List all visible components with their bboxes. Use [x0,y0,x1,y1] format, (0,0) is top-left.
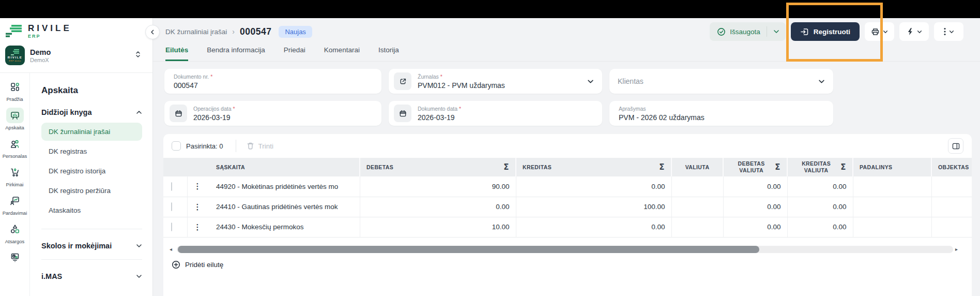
column-header-currency[interactable]: VALIUTA [671,158,723,176]
column-settings-button[interactable] [948,138,963,154]
column-header-credit-currency[interactable]: KREDITAS VALIUTAΣ [787,158,853,176]
credit-currency-cell[interactable]: 0.00 [787,217,853,237]
sidebar-rail-item-personalas[interactable]: Personalas [1,136,29,159]
sidebar-rail-item-atsargos[interactable]: Atsargos [1,221,29,244]
tab-priedai[interactable]: Priedai [284,46,305,61]
client-field[interactable]: Klientas [609,69,833,94]
scroll-left-arrow-icon[interactable]: ◂ [170,246,175,253]
sidebar-item-dk-registras[interactable]: DK registras [41,142,142,160]
column-header-account[interactable]: SĄSKAITA [206,158,360,176]
row-kebab-icon[interactable]: ⋮ [187,197,206,217]
debit-currency-cell[interactable]: 0.00 [723,217,787,237]
credit-cell[interactable]: 0.00 [516,217,671,237]
description-field[interactable]: Aprašymas PVM - 2026 02 uždarymas [609,101,833,126]
breadcrumb[interactable]: DK žurnaliniai įrašai [165,28,227,36]
credit-cell[interactable]: 0.00 [516,176,671,197]
column-header-department[interactable]: PADALINYS [853,158,931,176]
sidebar-item-ataskaitos[interactable]: Ataskaitos [41,201,142,219]
menu-group-skolos[interactable]: Skolos ir mokėjimai [41,242,142,250]
add-row-button[interactable]: Pridėti eilutę [163,254,972,276]
sidebar-item-dk-registro-perziura[interactable]: DK registro peržiūra [41,182,142,200]
tab-komentarai[interactable]: Komentarai [324,46,360,61]
print-button[interactable] [865,22,894,41]
menu-group-imas[interactable]: i.MAS [41,272,142,280]
chevron-down-icon[interactable] [767,29,786,34]
column-header-credit[interactable]: KREDITASΣ [516,158,671,176]
tab-eilutes[interactable]: Eilutės [165,46,188,61]
table-row[interactable]: ⋮ 24430 - Mokesčių permokos 10.00 0.00 0… [163,217,972,237]
chevron-left-icon [149,28,156,36]
calendar-icon[interactable] [170,105,187,122]
collapse-sidebar-button[interactable] [145,25,160,39]
column-header-object[interactable]: OBJEKTAS [931,158,972,176]
menu-group-didzioji-knyga[interactable]: Didžioji knyga [41,108,142,116]
credit-currency-cell[interactable]: 0.00 [787,197,853,217]
journal-field[interactable]: Žurnalas PVM012 - PVM uždarymas [389,69,602,94]
sum-icon[interactable]: Σ [775,162,780,172]
chevron-down-icon[interactable] [818,79,825,84]
column-header-debit-currency[interactable]: DEBETAS VALIUTAΣ [723,158,787,176]
debit-cell[interactable]: 90.00 [360,176,516,197]
debit-cell[interactable]: 0.00 [360,197,516,217]
sum-icon[interactable]: Σ [503,162,509,172]
row-checkbox[interactable] [171,223,172,231]
select-all-checkbox[interactable] [172,141,181,151]
sidebar-item-dk-zurnaliniai-irasai[interactable]: DK žurnaliniai įrašai [41,123,142,141]
chevron-up-down-icon[interactable] [135,50,141,58]
check-circle-icon [717,27,726,36]
sidebar-rail-item-reports[interactable] [1,250,29,265]
tab-bendra-informacija[interactable]: Bendra informacija [207,46,265,61]
scrollbar-thumb[interactable] [178,246,759,253]
row-checkbox[interactable] [171,202,172,211]
scroll-right-arrow-icon[interactable]: ▸ [955,246,960,253]
debit-cell[interactable]: 10.00 [360,217,516,237]
sidebar-rail-item-pirkimai[interactable]: Pirkimai [1,165,29,187]
tab-istorija[interactable]: Istorija [378,46,399,61]
sum-icon[interactable]: Σ [840,162,846,172]
column-header-debit[interactable]: DEBETASΣ [360,158,516,176]
department-cell[interactable] [853,176,931,197]
department-cell[interactable] [853,197,931,217]
register-button[interactable]: Registruoti [791,22,860,41]
more-options-button[interactable] [934,22,963,41]
field-label: Žurnalas [418,73,505,80]
currency-cell[interactable] [671,197,723,217]
object-cell[interactable] [931,176,972,197]
company-selector[interactable]: RIVILE ERP demo Demo DemoX [0,41,152,72]
delete-rows-button[interactable]: Trinti [247,142,274,150]
object-cell[interactable] [931,217,972,237]
credit-cell[interactable]: 100.00 [516,197,671,217]
external-link-icon[interactable] [394,72,411,90]
department-cell[interactable] [853,217,931,237]
account-cell[interactable]: 44920 - Mokėtinas pridėtinės vertės mo [206,176,360,197]
debit-currency-cell[interactable]: 0.00 [723,176,787,197]
sidebar-rail-item-pradzia[interactable]: Pradžia [1,79,29,102]
row-kebab-icon[interactable]: ⋮ [187,176,206,197]
row-checkbox[interactable] [171,182,172,191]
chevron-down-icon[interactable] [587,79,594,84]
credit-currency-cell[interactable]: 0.00 [787,176,853,197]
horizontal-scrollbar[interactable]: ◂ ▸ [169,245,960,254]
debit-currency-cell[interactable]: 0.00 [723,197,787,217]
row-kebab-icon[interactable]: ⋮ [187,217,206,237]
quick-actions-button[interactable] [899,22,929,41]
currency-cell[interactable] [671,217,723,237]
account-cell[interactable]: 24410 - Gautinas pridėtinės vertės mok [206,197,360,217]
document-number-field[interactable]: Dokumento nr. 000547 [164,69,381,94]
sidebar-rail-item-apskaita[interactable]: Apskaita [1,108,29,130]
table-row[interactable]: ⋮ 24410 - Gautinas pridėtinės vertės mok… [163,197,972,217]
currency-cell[interactable] [671,176,723,197]
chevron-down-icon [949,30,954,34]
sidebar-item-dk-registro-istorija[interactable]: DK registro istorija [41,162,142,180]
account-cell[interactable]: 24430 - Mokesčių permokos [206,217,360,237]
operation-date-field[interactable]: Operacijos data 2026-03-19 [164,101,381,126]
document-date-field[interactable]: Dokumento data 2026-03-19 [389,101,602,126]
sidebar-rail-item-pardavimai[interactable]: Pardavimai [1,193,29,216]
saved-split-button[interactable]: Išsaugota [710,22,786,41]
sum-icon[interactable]: Σ [659,162,665,172]
calendar-icon[interactable] [394,105,411,122]
scrollbar-track[interactable] [177,246,953,253]
object-cell[interactable] [931,197,972,217]
table-row[interactable]: ⋮ 44920 - Mokėtinas pridėtinės vertės mo… [163,176,972,197]
breadcrumb-separator: › [232,27,235,36]
